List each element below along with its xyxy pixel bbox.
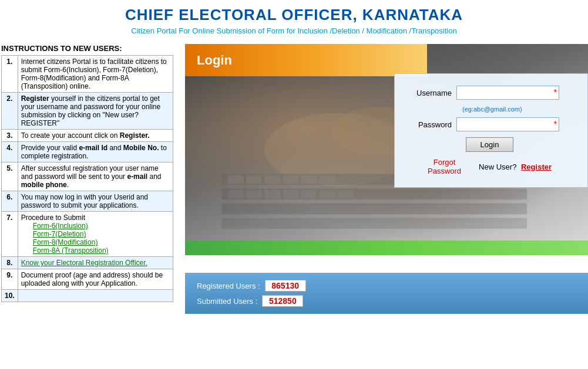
table-row: 7. Procedure to Submit Form-6(Inclusion)… bbox=[2, 212, 173, 257]
forgot-label: Forgot bbox=[434, 158, 456, 167]
username-required-star: * bbox=[554, 87, 557, 97]
login-btn-row: Login bbox=[404, 137, 576, 152]
right-panel: Login Username * (eg:abc@gmail.com) Pass… bbox=[185, 44, 588, 314]
table-row: 2. Register yourself in the citizens por… bbox=[2, 93, 173, 130]
registered-value: 865130 bbox=[265, 280, 306, 292]
login-header-bar: Login bbox=[185, 44, 427, 76]
svg-rect-7 bbox=[246, 175, 262, 184]
stats-bar: Registered Users : 865130 Submitted User… bbox=[185, 273, 588, 314]
row-text: After successful registration your user … bbox=[18, 163, 173, 191]
svg-rect-10 bbox=[301, 175, 317, 184]
new-user-section: New User? Register bbox=[479, 163, 552, 171]
password-required-star: * bbox=[554, 119, 557, 128]
svg-rect-4 bbox=[221, 203, 527, 214]
row-num: 2. bbox=[2, 93, 18, 130]
form8-link[interactable]: Form-8(Modification) bbox=[33, 238, 98, 246]
table-row: 3. To create your account click on Regis… bbox=[2, 130, 173, 142]
forgot-password-link[interactable]: Forgot Password bbox=[428, 158, 461, 175]
login-outer: Login Username * (eg:abc@gmail.com) Pass… bbox=[185, 44, 588, 273]
registered-label: Registered Users : bbox=[197, 282, 260, 290]
svg-rect-5 bbox=[221, 218, 527, 229]
row-num: 10. bbox=[2, 290, 18, 302]
login-button[interactable]: Login bbox=[466, 137, 514, 152]
svg-rect-15 bbox=[283, 190, 298, 199]
svg-rect-16 bbox=[301, 190, 317, 199]
svg-rect-11 bbox=[320, 175, 335, 184]
svg-rect-17 bbox=[320, 190, 335, 199]
form7-link[interactable]: Form-7(Deletion) bbox=[33, 230, 86, 238]
svg-rect-14 bbox=[264, 190, 280, 199]
instructions-table: 1. Internet citizens Portal is to facili… bbox=[1, 55, 173, 302]
table-row: 1. Internet citizens Portal is to facili… bbox=[2, 56, 173, 93]
instructions-title: INSTRUCTIONS TO NEW USERS: bbox=[1, 44, 173, 53]
form8a-link[interactable]: Form-8A (Transposition) bbox=[33, 246, 109, 255]
row-text: Know your Electoral Registration Officer… bbox=[18, 257, 173, 269]
row-text: Document proof (age and address) should … bbox=[18, 269, 173, 290]
submitted-value: 512850 bbox=[262, 295, 303, 307]
svg-rect-18 bbox=[338, 190, 354, 199]
password-label: Password bbox=[404, 120, 456, 129]
forgot-register-row: Forgot Password New User? Register bbox=[404, 158, 576, 178]
row-num: 4. bbox=[2, 142, 18, 163]
page-subtitle: Citizen Portal For Online Submission of … bbox=[0, 26, 588, 35]
row-text: Provide your valid e-mail Id and Mobile … bbox=[18, 142, 173, 163]
row-num: 5. bbox=[2, 163, 18, 191]
submitted-users-row: Submitted Users : 512850 bbox=[197, 295, 576, 307]
table-row: 5. After successful registration your us… bbox=[2, 163, 173, 191]
svg-rect-8 bbox=[264, 175, 280, 184]
row-num: 9. bbox=[2, 269, 18, 290]
svg-rect-13 bbox=[246, 190, 262, 199]
page-header: CHIEF ELECTORAL OFFICER, KARNATAKA Citiz… bbox=[0, 0, 588, 38]
table-row: 10. bbox=[2, 290, 173, 302]
row-num: 1. bbox=[2, 56, 18, 93]
form6-link[interactable]: Form-6(Inclusion) bbox=[33, 222, 88, 230]
row-text bbox=[18, 290, 173, 302]
row-text: Internet citizens Portal is to facilitat… bbox=[18, 56, 173, 93]
svg-rect-6 bbox=[228, 175, 244, 184]
table-row: 8. Know your Electoral Registration Offi… bbox=[2, 257, 173, 269]
row-num: 8. bbox=[2, 257, 18, 269]
left-panel: INSTRUCTIONS TO NEW USERS: 1. Internet c… bbox=[0, 44, 173, 302]
main-layout: INSTRUCTIONS TO NEW USERS: 1. Internet c… bbox=[0, 44, 588, 314]
username-input-wrapper: * bbox=[456, 86, 559, 100]
row-num: 6. bbox=[2, 191, 18, 212]
row-num: 7. bbox=[2, 212, 18, 257]
electoral-officer-link[interactable]: Know your Electoral Registration Officer… bbox=[21, 259, 147, 267]
row-text: You may now log in with your Userid and … bbox=[18, 191, 173, 212]
login-title: Login bbox=[197, 53, 232, 68]
login-form-box: Username * (eg:abc@gmail.com) Password * bbox=[394, 73, 588, 188]
register-link[interactable]: Register bbox=[521, 163, 552, 171]
password-label2: Password bbox=[428, 167, 461, 175]
password-input-wrapper: * bbox=[456, 117, 559, 131]
table-row: 4. Provide your valid e-mail Id and Mobi… bbox=[2, 142, 173, 163]
page-title: CHIEF ELECTORAL OFFICER, KARNATAKA bbox=[0, 6, 588, 24]
svg-rect-9 bbox=[283, 175, 298, 184]
username-label: Username bbox=[404, 89, 456, 97]
table-row: 6. You may now log in with your Userid a… bbox=[2, 191, 173, 212]
username-hint: (eg:abc@gmail.com) bbox=[462, 106, 576, 113]
svg-rect-12 bbox=[228, 190, 244, 199]
green-bar bbox=[185, 241, 588, 255]
username-row: Username * bbox=[404, 86, 576, 100]
submitted-label: Submitted Users : bbox=[197, 297, 257, 306]
row-text: Register yourself in the citizens portal… bbox=[18, 93, 173, 130]
table-row: 9. Document proof (age and address) shou… bbox=[2, 269, 173, 290]
row-text: Procedure to Submit Form-6(Inclusion) Fo… bbox=[18, 212, 173, 257]
password-row: Password * bbox=[404, 117, 576, 131]
row-text: To create your account click on Register… bbox=[18, 130, 173, 142]
new-user-label: New User? bbox=[479, 163, 516, 171]
password-input[interactable] bbox=[456, 117, 559, 131]
registered-users-row: Registered Users : 865130 bbox=[197, 280, 576, 292]
username-input[interactable] bbox=[456, 86, 559, 100]
row-num: 3. bbox=[2, 130, 18, 142]
